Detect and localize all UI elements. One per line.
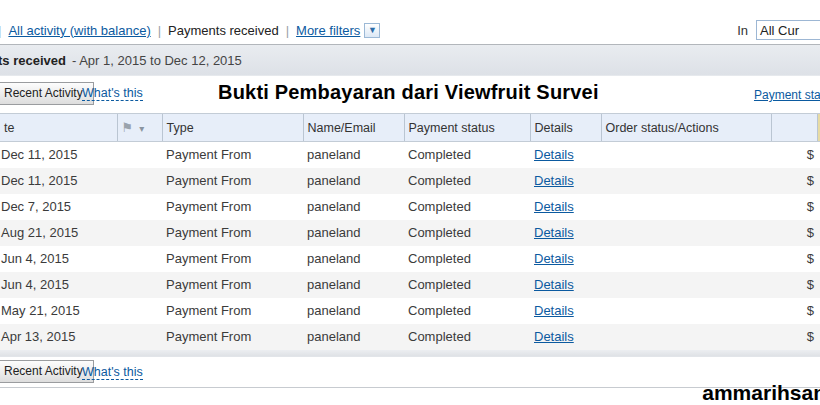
cell-details: Details [530, 324, 601, 350]
column-header-date[interactable]: te [0, 114, 117, 142]
details-link[interactable]: Details [534, 225, 574, 240]
payments-received-heading: ts received [0, 53, 66, 68]
table-row: Jun 4, 2015 Payment From paneland Comple… [0, 246, 820, 272]
cell-name: paneland [303, 194, 404, 220]
cell-amount: $ [771, 272, 817, 298]
recent-activity-button-bottom[interactable]: Recent Activity [0, 360, 94, 383]
cell-type: Payment From [162, 324, 303, 350]
cell-date: Dec 11, 2015 [0, 142, 117, 168]
details-link[interactable]: Details [534, 303, 574, 318]
cell-amount: $ [771, 324, 817, 350]
cell-type: Payment From [162, 168, 303, 194]
cell-details: Details [530, 298, 601, 324]
cell-date: Jun 4, 2015 [0, 272, 117, 298]
table-row: Dec 11, 2015 Payment From paneland Compl… [0, 168, 820, 194]
table-row: May 21, 2015 Payment From paneland Compl… [0, 298, 820, 324]
column-header-payment-status[interactable]: Payment status [404, 114, 530, 142]
cell-flag [117, 272, 162, 298]
filter-bar: | All activity (with balance) | Payments… [0, 0, 820, 45]
separator: | [286, 23, 289, 38]
cell-status: Completed [404, 272, 530, 298]
column-header-flag[interactable]: ⚑▾ [117, 114, 162, 142]
recent-activity-button[interactable]: Recent Activity [0, 82, 94, 105]
date-range: - Apr 1, 2015 to Dec 12, 2015 [72, 53, 242, 68]
cell-date: Aug 21, 2015 [0, 220, 117, 246]
watermark-text: ammarihsan [702, 381, 820, 405]
cell-status: Completed [404, 246, 530, 272]
separator: | [158, 23, 161, 38]
table-footer-strip [0, 350, 820, 357]
cell-type: Payment From [162, 272, 303, 298]
cell-order-status [601, 324, 771, 350]
cell-details: Details [530, 168, 601, 194]
cell-order-status [601, 194, 771, 220]
currency-select[interactable]: All Cur [756, 20, 820, 40]
cell-status: Completed [404, 324, 530, 350]
cell-flag [117, 142, 162, 168]
cell-name: paneland [303, 168, 404, 194]
table-row: Aug 21, 2015 Payment From paneland Compl… [0, 220, 820, 246]
cell-details: Details [530, 272, 601, 298]
column-header-details[interactable]: Details [530, 114, 601, 142]
details-link[interactable]: Details [534, 251, 574, 266]
cell-amount: $ [771, 194, 817, 220]
whats-this-link-bottom[interactable]: What's this [82, 365, 143, 380]
cell-date: Apr 13, 2015 [0, 324, 117, 350]
overlay-title: Bukti Pembayaran dari Viewfruit Survei [218, 81, 599, 104]
details-link[interactable]: Details [534, 329, 574, 344]
cell-name: paneland [303, 298, 404, 324]
in-label: In [737, 23, 748, 38]
cell-type: Payment From [162, 142, 303, 168]
cell-details: Details [530, 142, 601, 168]
cell-status: Completed [404, 142, 530, 168]
cell-order-status [601, 272, 771, 298]
cell-status: Completed [404, 168, 530, 194]
payment-status-glossary-link[interactable]: Payment stat [754, 88, 820, 102]
cell-details: Details [530, 246, 601, 272]
cell-date: May 21, 2015 [0, 298, 117, 324]
details-link[interactable]: Details [534, 277, 574, 292]
cell-flag [117, 246, 162, 272]
column-header-order-status[interactable]: Order status/Actions [601, 114, 771, 142]
cell-order-status [601, 298, 771, 324]
bottom-divider [0, 387, 820, 388]
table-row: Apr 13, 2015 Payment From paneland Compl… [0, 324, 820, 350]
cell-name: paneland [303, 142, 404, 168]
cell-order-status [601, 246, 771, 272]
cell-date: Dec 11, 2015 [0, 168, 117, 194]
table-body: Dec 11, 2015 Payment From paneland Compl… [0, 142, 820, 350]
table-row: Jun 4, 2015 Payment From paneland Comple… [0, 272, 820, 298]
cell-order-status [601, 220, 771, 246]
cell-date: Dec 7, 2015 [0, 194, 117, 220]
more-filters-dropdown-icon[interactable]: ▼ [364, 23, 380, 38]
cell-status: Completed [404, 298, 530, 324]
all-activity-link[interactable]: All activity (with balance) [8, 23, 150, 38]
cell-flag [117, 194, 162, 220]
bottom-toolbar: Recent Activity What's this [0, 357, 820, 387]
column-header-type[interactable]: Type [162, 114, 303, 142]
cell-details: Details [530, 220, 601, 246]
cell-name: paneland [303, 220, 404, 246]
cell-amount: $ [771, 246, 817, 272]
chevron-down-icon[interactable]: ▾ [139, 123, 144, 134]
column-header-amount[interactable] [771, 114, 817, 142]
payments-received-tab[interactable]: Payments received [168, 23, 279, 38]
cell-name: paneland [303, 272, 404, 298]
cell-name: paneland [303, 246, 404, 272]
details-link[interactable]: Details [534, 199, 574, 214]
table-header-row: te ⚑▾ Type Name/Email Payment status Det… [0, 114, 820, 142]
date-range-bar: ts received - Apr 1, 2015 to Dec 12, 201… [0, 45, 820, 76]
cell-type: Payment From [162, 246, 303, 272]
cell-amount: $ [771, 142, 817, 168]
column-header-name-email[interactable]: Name/Email [303, 114, 404, 142]
cell-amount: $ [771, 168, 817, 194]
cell-date: Jun 4, 2015 [0, 246, 117, 272]
flag-icon: ⚑ [122, 120, 134, 135]
more-filters-link[interactable]: More filters [296, 23, 360, 38]
payments-table: te ⚑▾ Type Name/Email Payment status Det… [0, 113, 820, 350]
details-link[interactable]: Details [534, 147, 574, 162]
table-row: Dec 11, 2015 Payment From paneland Compl… [0, 142, 820, 168]
details-link[interactable]: Details [534, 173, 574, 188]
cell-flag [117, 220, 162, 246]
whats-this-link[interactable]: What's this [82, 86, 143, 101]
